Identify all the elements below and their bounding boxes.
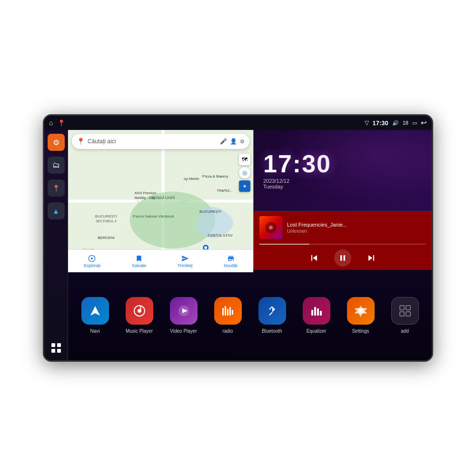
pause-icon: [338, 253, 347, 263]
radio-app-icon: [214, 297, 242, 325]
map-mic-icon[interactable]: 🎤: [220, 138, 227, 145]
navi-icon: [88, 304, 102, 318]
map-star-icon[interactable]: ★: [239, 180, 250, 192]
status-time: 17:30: [373, 119, 388, 127]
files-icon: 🗂: [52, 161, 60, 169]
video-player-app-icon: [170, 297, 198, 325]
map-options-icon[interactable]: ⚙: [240, 139, 245, 145]
map-explore-button[interactable]: Explorați: [84, 255, 100, 268]
wifi-icon: ▽: [365, 119, 369, 126]
bluetooth-app-icon: [258, 297, 286, 325]
map-contribute-label: Trimiteți: [178, 263, 193, 268]
add-icon: [398, 304, 412, 317]
album-art-inner: [259, 216, 282, 239]
prev-track-button[interactable]: [308, 252, 320, 264]
music-player-app-icon: [126, 297, 153, 325]
svg-rect-46: [225, 306, 226, 316]
equalizer-app-label: Equalizer: [307, 328, 327, 334]
svg-text:Pizza & Bakery: Pizza & Bakery: [202, 174, 228, 178]
signal-strength: 18: [403, 120, 408, 126]
svg-text:Mobility - Sud: Mobility - Sud: [135, 196, 155, 200]
settings-app-icon: [347, 297, 375, 325]
svg-text:oy Merlin: oy Merlin: [184, 177, 199, 181]
map-layers-icon[interactable]: 🗺: [239, 154, 250, 165]
svg-rect-52: [317, 308, 319, 316]
status-bar: ⌂ 📍 ▽ 17:30 🔊 18 ▭ ↩: [44, 116, 432, 130]
svg-text:AXIS Premium: AXIS Premium: [135, 191, 157, 195]
app-item-video-player[interactable]: Video Player: [161, 292, 206, 338]
svg-rect-57: [400, 312, 404, 316]
svg-text:Parcul Natural Văcărești: Parcul Natural Văcărești: [133, 214, 174, 218]
skip-prev-icon: [308, 252, 320, 264]
svg-text:BUCUREȘTI: BUCUREȘTI: [95, 214, 117, 218]
map-marker-icon[interactable]: 📍: [58, 119, 65, 127]
settings-app-label: Settings: [352, 328, 369, 334]
sidebar-item-grid[interactable]: [48, 339, 65, 357]
svg-rect-55: [400, 306, 404, 310]
bluetooth-icon: [266, 304, 279, 317]
sidebar-item-files[interactable]: 🗂: [48, 157, 65, 174]
map-explore-label: Explorați: [84, 263, 100, 268]
settings-icon: ⚙: [53, 138, 60, 147]
svg-text:BUCUREȘTI: BUCUREȘTI: [199, 209, 221, 214]
status-left: ⌂ 📍: [49, 119, 65, 127]
music-player-icon: [133, 304, 146, 317]
clock-date: 2023/12/12 Tuesday: [263, 178, 331, 189]
back-icon[interactable]: ↩: [421, 119, 427, 127]
music-player-app-label: Music Player: [126, 328, 153, 334]
map-news-button[interactable]: Noutăți: [224, 255, 238, 268]
svg-rect-58: [406, 312, 410, 316]
app-item-navi[interactable]: Navi: [73, 292, 117, 338]
map-locate-icon[interactable]: ◎: [239, 167, 250, 178]
app-item-equalizer[interactable]: Equalizer: [294, 292, 338, 338]
sidebar-item-nav[interactable]: ▲: [48, 202, 65, 219]
status-right: ▽ 17:30 🔊 18 ▭ ↩: [365, 119, 427, 127]
center-area: Splaiul Unirii Parcul Natural Văcărești …: [68, 130, 432, 360]
right-panel: 17:30 2023/12/12 Tuesday: [254, 130, 432, 273]
svg-point-39: [269, 226, 273, 229]
svg-text:TRAPEZ...: TRAPEZ...: [217, 189, 232, 192]
map-search-bar[interactable]: 📍 Căutați aici 🎤 👤 ⚙: [72, 134, 249, 149]
svg-rect-45: [222, 308, 224, 316]
music-panel: Lost Frequencies_Janie... Unknown: [254, 211, 432, 273]
pause-button[interactable]: [334, 249, 351, 267]
app-item-settings[interactable]: Settings: [338, 292, 383, 338]
volume-icon: 🔊: [392, 120, 399, 126]
svg-rect-3: [57, 349, 61, 353]
svg-rect-1: [57, 343, 61, 347]
map-saved-button[interactable]: Salvate: [132, 255, 146, 268]
map-contribute-button[interactable]: Trimiteți: [178, 255, 193, 268]
skip-next-icon: [366, 252, 377, 264]
clock-time: 17:30: [263, 151, 331, 176]
album-art-icon: [264, 220, 278, 235]
app-item-music-player[interactable]: Music Player: [117, 292, 161, 338]
app-item-add[interactable]: add: [383, 292, 427, 338]
svg-point-37: [91, 258, 93, 259]
next-track-button[interactable]: [366, 252, 377, 264]
map-icon: 📍: [52, 185, 60, 192]
map-search-text[interactable]: Căutați aici: [88, 138, 217, 145]
svg-rect-50: [311, 310, 313, 316]
svg-marker-40: [90, 306, 100, 316]
add-app-icon: [391, 297, 419, 325]
svg-point-35: [204, 246, 207, 249]
settings-app-gear-icon: [354, 304, 367, 317]
equalizer-icon: [310, 304, 323, 317]
sidebar-item-map[interactable]: 📍: [48, 179, 65, 197]
svg-rect-48: [229, 307, 231, 316]
svg-rect-2: [51, 349, 55, 353]
app-item-bluetooth[interactable]: Bluetooth: [250, 292, 294, 338]
radio-icon: [221, 304, 235, 317]
app-item-radio[interactable]: radio: [206, 292, 250, 338]
home-icon[interactable]: ⌂: [49, 119, 53, 127]
nav-arrow-icon: ▲: [52, 207, 60, 215]
map-controls: 🗺 ◎ ★: [239, 154, 250, 192]
music-controls: [254, 245, 432, 271]
radio-app-label: radio: [222, 328, 233, 334]
apps-section: Navi Music Player: [68, 270, 432, 360]
svg-text:BERCENI: BERCENI: [98, 236, 114, 240]
map-account-icon[interactable]: 👤: [230, 138, 237, 145]
sidebar-item-settings[interactable]: ⚙: [48, 134, 65, 151]
album-art: [259, 216, 282, 239]
equalizer-app-icon: [303, 297, 330, 325]
